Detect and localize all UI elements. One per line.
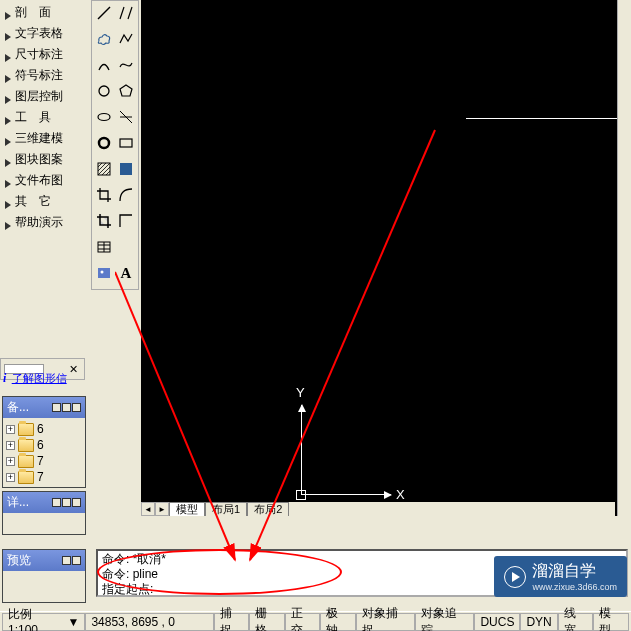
folder-label: 6 <box>37 438 44 452</box>
panel-ctrl-icon[interactable] <box>62 498 71 507</box>
scrollbar-vertical[interactable] <box>617 0 631 530</box>
folder-label: 7 <box>37 470 44 484</box>
tree-list: 剖 面 文字表格 尺寸标注 符号标注 图层控制 工 具 三维建模 图块图案 文件… <box>0 0 86 235</box>
ucs-origin <box>296 490 306 500</box>
status-snap[interactable]: 捕捉 <box>214 613 250 631</box>
tree-label: 其 它 <box>15 193 51 210</box>
plus-icon[interactable]: + <box>6 457 15 466</box>
panel-header[interactable]: 详... <box>3 492 85 513</box>
tab-model[interactable]: 模型 <box>169 502 205 516</box>
cloud-tool-icon[interactable] <box>93 28 115 50</box>
svg-marker-0 <box>5 12 11 20</box>
panel-title: 备... <box>7 399 29 416</box>
spline-tool-icon[interactable] <box>115 54 137 76</box>
table-tool-icon[interactable] <box>93 236 115 258</box>
svg-point-12 <box>99 86 109 96</box>
draw-toolbar: A <box>91 0 139 290</box>
hatch-tool-icon[interactable] <box>93 158 115 180</box>
tree-item[interactable]: 图层控制 <box>0 86 86 107</box>
status-ortho[interactable]: 正交 <box>285 613 321 631</box>
panel-preview: 预览 <box>2 549 86 603</box>
tree-item[interactable]: 尺寸标注 <box>0 44 86 65</box>
chevron-right-icon <box>4 114 12 122</box>
tab-layout2[interactable]: 布局2 <box>247 502 289 516</box>
scrollbar-horizontal[interactable]: ◄ ► 模型 布局1 布局2 <box>141 502 615 516</box>
panel-ctrl-icon[interactable] <box>72 498 81 507</box>
tree-item[interactable]: 图块图案 <box>0 149 86 170</box>
polygon-tool-icon[interactable] <box>115 80 137 102</box>
ray-tool-icon[interactable] <box>115 106 137 128</box>
drawing-canvas[interactable]: Y X ◄ ► 模型 布局1 布局2 <box>141 0 631 530</box>
tree-item[interactable]: 剖 面 <box>0 2 86 23</box>
plus-icon[interactable]: + <box>6 473 15 482</box>
panel-header[interactable]: 备... <box>3 397 85 418</box>
tree-item[interactable]: 三维建模 <box>0 128 86 149</box>
folder-row[interactable]: +6 <box>6 437 82 453</box>
scroll-right-icon[interactable]: ► <box>155 502 169 516</box>
tree-item[interactable]: 符号标注 <box>0 65 86 86</box>
svg-line-11 <box>98 7 110 19</box>
svg-marker-1 <box>5 33 11 41</box>
svg-point-14 <box>98 114 110 121</box>
status-lweight[interactable]: 线宽 <box>558 613 594 631</box>
chevron-right-icon <box>4 198 12 206</box>
folder-row[interactable]: +7 <box>6 469 82 485</box>
crop-tool-icon[interactable] <box>93 184 115 206</box>
tree-label: 图层控制 <box>15 88 63 105</box>
tree-item[interactable]: 文字表格 <box>0 23 86 44</box>
chevron-right-icon <box>4 51 12 59</box>
status-scale[interactable]: 比例 1:100 ▼ <box>2 613 85 631</box>
circle-tool-icon[interactable] <box>93 80 115 102</box>
chevron-right-icon <box>4 177 12 185</box>
polyline-tool-icon[interactable] <box>115 28 137 50</box>
panel-ctrl-icon[interactable] <box>72 403 81 412</box>
info-link[interactable]: 了解图形信 <box>12 372 67 384</box>
scroll-left-icon[interactable]: ◄ <box>141 502 155 516</box>
status-osnap[interactable]: 对象捕捉 <box>356 613 415 631</box>
panel-header[interactable]: 预览 <box>3 550 85 571</box>
folder-icon <box>18 423 34 436</box>
gradient-tool-icon[interactable] <box>115 158 137 180</box>
status-otrack[interactable]: 对象追踪 <box>415 613 474 631</box>
folder-row[interactable]: +7 <box>6 453 82 469</box>
close-icon[interactable]: ✕ <box>66 363 81 376</box>
svg-marker-10 <box>5 222 11 230</box>
text-tool-icon[interactable]: A <box>115 262 137 284</box>
play-icon <box>504 566 526 588</box>
tree-label: 工 具 <box>15 109 51 126</box>
brush-tool-icon[interactable] <box>115 236 137 258</box>
status-model[interactable]: 模型 <box>593 613 629 631</box>
folder-icon <box>18 471 34 484</box>
tree-item[interactable]: 文件布图 <box>0 170 86 191</box>
panel-ctrl-icon[interactable] <box>72 556 81 565</box>
svg-marker-3 <box>5 75 11 83</box>
ellipse-tool-icon[interactable] <box>93 106 115 128</box>
tree-item[interactable]: 其 它 <box>0 191 86 212</box>
status-grid[interactable]: 栅格 <box>249 613 285 631</box>
plus-icon[interactable]: + <box>6 425 15 434</box>
region-tool-icon[interactable] <box>93 210 115 232</box>
tree-item[interactable]: 工 具 <box>0 107 86 128</box>
mline-tool-icon[interactable] <box>115 2 137 24</box>
plus-icon[interactable]: + <box>6 441 15 450</box>
line-tool-icon[interactable] <box>93 2 115 24</box>
tab-layout1[interactable]: 布局1 <box>205 502 247 516</box>
image-tool-icon[interactable] <box>93 262 115 284</box>
status-dyn[interactable]: DYN <box>520 613 557 631</box>
rect-tool-icon[interactable] <box>115 132 137 154</box>
folder-row[interactable]: +6 <box>6 421 82 437</box>
chevron-right-icon <box>4 93 12 101</box>
panel-ctrl-icon[interactable] <box>62 556 71 565</box>
tree-label: 尺寸标注 <box>15 46 63 63</box>
corner-tool-icon[interactable] <box>115 210 137 232</box>
tree-item[interactable]: 帮助演示 <box>0 212 86 233</box>
donut-tool-icon[interactable] <box>93 132 115 154</box>
curve-tool-icon[interactable] <box>115 184 137 206</box>
status-ducs[interactable]: DUCS <box>474 613 520 631</box>
panel-ctrl-icon[interactable] <box>52 498 61 507</box>
panel-ctrl-icon[interactable] <box>62 403 71 412</box>
panel-ctrl-icon[interactable] <box>52 403 61 412</box>
arc-tool-icon[interactable] <box>93 54 115 76</box>
chevron-right-icon <box>4 135 12 143</box>
status-polar[interactable]: 极轴 <box>320 613 356 631</box>
